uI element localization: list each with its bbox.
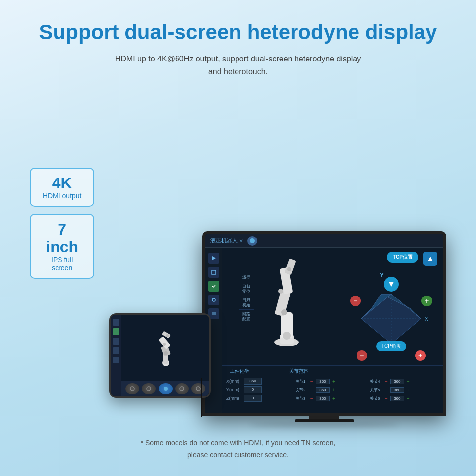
svg-point-8 [130, 387, 134, 391]
topbar-icon [247, 236, 257, 246]
sidebar-item-2 [113, 328, 119, 335]
y-input[interactable]: 0 [244, 386, 262, 393]
monitor-frame: 液压机器人 ∨ [202, 231, 446, 416]
svg-point-10 [164, 387, 168, 391]
svg-point-7 [166, 334, 169, 337]
mon-sidebar-item2[interactable] [208, 267, 219, 278]
z-plus-btn[interactable]: + [415, 350, 426, 361]
mon-sidebar-item3[interactable] [208, 281, 219, 292]
joint1-label: 关节1 [296, 379, 308, 384]
small-device-sidebar [111, 315, 121, 396]
joint5-label: 关节5 [370, 387, 382, 393]
joint1-cell: 关节1 − 360 + [296, 378, 365, 385]
badge-7inch: 7 inch IPS full screen [30, 214, 94, 278]
joint3-value: 360 [316, 396, 330, 401]
small-device-bottom [121, 381, 209, 396]
monitor-body: 运行 日归零位 日归初始 回路配置 [205, 248, 443, 413]
subtitle: HDMI up to 4K@60Hz output, support dual-… [115, 53, 361, 78]
joint3-plus[interactable]: + [332, 396, 335, 401]
svg-rect-15 [212, 270, 216, 274]
section-workpiece: 工件化坐 [230, 368, 249, 375]
svg-marker-14 [212, 256, 216, 260]
svg-rect-25 [284, 259, 296, 275]
sidebar-item-4 [113, 347, 119, 354]
joint2-cell: 关节2 − 360 + [296, 386, 365, 393]
small-device-main [121, 315, 209, 381]
z-input[interactable]: 0 [244, 395, 262, 402]
joint4-minus[interactable]: − [385, 379, 388, 384]
mon-sidebar-item4[interactable] [208, 295, 219, 305]
joint3-cell: 关节3 − 360 + [296, 395, 365, 402]
disclaimer: * Some models do not come with HDMI, if … [141, 437, 336, 461]
badge-4k-main: 4K [42, 175, 82, 192]
x-input[interactable]: 360 [244, 378, 262, 385]
bottom-btn-4 [175, 383, 189, 394]
topbar-title: 液压机器人 ∨ [210, 237, 243, 244]
devices-section: 4K HDMI output 7 inch IPS full screen [30, 98, 446, 428]
robot-arm-large-svg [237, 255, 336, 350]
svg-point-6 [163, 343, 166, 346]
sidebar-item-5 [113, 357, 119, 363]
main-title: Support dual-screen heterodyne display [39, 20, 437, 45]
monitor-topbar: 液压机器人 ∨ [205, 234, 443, 248]
badge-4k-sub: HDMI output [42, 192, 82, 200]
x-row: X(mm) 360 [226, 378, 291, 385]
joint5-plus[interactable]: + [407, 387, 410, 393]
svg-point-9 [147, 387, 151, 391]
table-data-area: X(mm) 360 Y(mm) 0 Z(mm) [222, 377, 443, 403]
mon-sidebar-run[interactable] [208, 253, 219, 264]
joint2-value: 360 [316, 387, 330, 393]
robot-section [232, 253, 341, 352]
bottom-btn-5 [191, 383, 205, 394]
badges-container: 4K HDMI output 7 inch IPS full screen [30, 168, 94, 279]
svg-point-11 [180, 387, 184, 391]
joint6-value: 360 [390, 396, 404, 401]
svg-text:X: X [425, 316, 428, 322]
monitor-screen: 液压机器人 ∨ [205, 234, 443, 413]
x-label: X(mm) [226, 379, 241, 384]
joint1-value: 360 [316, 379, 330, 384]
svg-point-26 [287, 267, 291, 271]
large-monitor: 液压机器人 ∨ [202, 231, 446, 427]
joint2-minus[interactable]: − [310, 387, 313, 393]
section-joint: 关节范围 [289, 368, 309, 375]
joint6-label: 关节6 [370, 396, 382, 401]
svg-point-24 [278, 289, 283, 294]
robot-arm-small-svg [148, 328, 183, 368]
monitor-stand [309, 416, 339, 419]
joint6-minus[interactable]: − [385, 396, 388, 401]
bottom-btn-2 [142, 383, 156, 394]
xyz-position-section: X(mm) 360 Y(mm) 0 Z(mm) [226, 378, 291, 402]
joint3-minus[interactable]: − [310, 396, 313, 401]
joint4-plus[interactable]: + [407, 379, 410, 384]
joint2-plus[interactable]: + [332, 387, 335, 393]
z-minus-btn[interactable]: − [357, 350, 367, 361]
bottom-btn-3 [159, 383, 173, 394]
svg-point-20 [283, 332, 291, 340]
joint3-label: 关节3 [296, 396, 308, 401]
joint6-plus[interactable]: + [407, 396, 410, 401]
joint1-plus[interactable]: + [332, 379, 335, 384]
table-header: 工件化坐 关节范围 [222, 366, 443, 377]
svg-point-22 [281, 309, 287, 315]
joint1-minus[interactable]: − [310, 379, 313, 384]
svg-point-16 [212, 298, 215, 301]
joint5-minus[interactable]: − [385, 387, 388, 393]
tcp-position-badge: TCP位置 [387, 252, 418, 263]
small-device-screen [111, 315, 209, 396]
bottom-btn-1 [125, 383, 139, 394]
axis-control-area: ▼ [344, 272, 438, 361]
monitor-base-shadow [250, 422, 399, 427]
page-wrapper: Support dual-screen heterodyne display H… [0, 0, 476, 476]
z-row: Z(mm) 0 [226, 395, 291, 402]
svg-point-12 [196, 387, 200, 391]
joint4-label: 关节4 [370, 379, 382, 384]
y-label: Y(mm) [226, 387, 241, 392]
joint6-cell: 关节6 − 360 + [370, 395, 439, 402]
svg-point-13 [250, 238, 255, 243]
up-arrow-btn[interactable]: ▲ [423, 252, 437, 266]
monitor-data-table: 工件化坐 关节范围 X(mm) 360 [222, 365, 443, 413]
joint2-label: 关节2 [296, 387, 308, 393]
z-label: Z(mm) [226, 396, 241, 401]
small-device [109, 313, 211, 398]
